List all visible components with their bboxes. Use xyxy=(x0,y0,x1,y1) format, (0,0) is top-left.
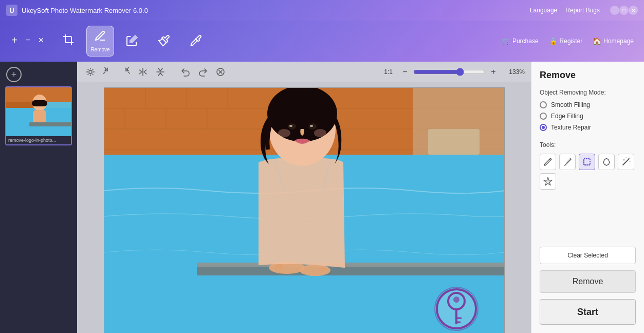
crop-tool-button[interactable] xyxy=(54,26,82,57)
close-button[interactable]: ✕ xyxy=(629,6,638,15)
brush-tool-btn[interactable] xyxy=(559,154,576,170)
brush-tool-button[interactable] xyxy=(150,26,178,57)
svg-rect-27 xyxy=(428,129,480,155)
zoom-ratio-label: 1:1 xyxy=(384,68,393,76)
purchase-nav[interactable]: 🛒 Purchase xyxy=(502,37,539,45)
thumbnail-item[interactable]: remove-logo-in-photo... xyxy=(5,86,72,145)
redo-btn[interactable] xyxy=(196,65,210,79)
zoom-percent-label: 133% xyxy=(502,68,525,76)
photo-canvas xyxy=(104,88,505,333)
remove-tool-label: Remove xyxy=(90,47,109,52)
texture-repair-option[interactable]: Texture Repair xyxy=(540,124,636,131)
register-nav[interactable]: 🔒 Register xyxy=(549,37,583,45)
report-bugs-menu[interactable]: Report Bugs xyxy=(565,7,600,14)
language-menu[interactable]: Language xyxy=(530,7,557,14)
svg-marker-2 xyxy=(130,35,137,43)
fill-tool-button[interactable] xyxy=(118,26,146,57)
rect-tool-btn[interactable] xyxy=(579,154,595,170)
canvas-viewport[interactable] xyxy=(77,82,531,333)
flip-h-btn[interactable] xyxy=(136,65,150,79)
texture-radio[interactable] xyxy=(540,124,547,131)
main-toolbar: + − ✕ Remove xyxy=(0,21,644,62)
cancel-icon xyxy=(216,67,225,77)
register-label: Register xyxy=(560,38,583,45)
zoom-out-button[interactable]: − xyxy=(400,67,410,77)
move-tool-btn[interactable] xyxy=(83,65,98,79)
object-removing-mode-label: Object Removing Mode: xyxy=(540,89,636,96)
mode-radio-group: Smooth Filling Edge Filling Texture Repa… xyxy=(540,101,636,131)
star-fill-icon xyxy=(543,177,553,186)
add-file-button[interactable]: + xyxy=(6,67,22,82)
smooth-filling-label: Smooth Filling xyxy=(551,101,590,108)
magic-wand-icon xyxy=(621,157,631,166)
pencil-tool-btn[interactable] xyxy=(540,154,556,170)
flip-horizontal-icon xyxy=(138,67,148,77)
zoom-in-button[interactable]: + xyxy=(488,67,499,77)
remove-icon xyxy=(94,30,106,45)
svg-point-33 xyxy=(275,264,283,269)
svg-rect-8 xyxy=(32,100,47,106)
canvas-image xyxy=(104,87,505,333)
smooth-filling-option[interactable]: Smooth Filling xyxy=(540,101,636,108)
zoom-slider[interactable] xyxy=(413,68,485,76)
undo-icon xyxy=(181,67,190,77)
canvas-area: 1:1 − + 133% xyxy=(77,62,531,333)
svg-point-43 xyxy=(314,129,326,137)
fill-icon xyxy=(126,34,138,48)
eyedropper-tool-button[interactable] xyxy=(182,26,210,57)
main-content: + rem xyxy=(0,62,644,333)
flip-v-btn[interactable] xyxy=(153,65,168,79)
start-button[interactable]: Start xyxy=(540,299,636,325)
texture-radio-dot xyxy=(542,126,545,129)
purchase-label: Purchase xyxy=(512,38,539,45)
svg-point-11 xyxy=(89,70,92,73)
thumbnail-label: remove-logo-in-photo... xyxy=(6,136,71,144)
pencil-icon xyxy=(543,157,553,166)
svg-rect-10 xyxy=(29,122,72,126)
win-add-button[interactable]: + xyxy=(10,36,19,44)
svg-point-41 xyxy=(310,125,313,127)
minimize-button[interactable]: — xyxy=(610,6,619,15)
rotate-ccw-icon xyxy=(103,67,113,77)
cart-icon: 🛒 xyxy=(502,37,510,45)
maximize-button[interactable]: □ xyxy=(619,6,629,15)
undo-btn[interactable] xyxy=(178,65,193,79)
flip-vertical-icon xyxy=(156,67,165,77)
homepage-nav[interactable]: 🏠 Homepage xyxy=(593,37,634,45)
svg-marker-53 xyxy=(603,158,610,165)
left-file-panel: + rem xyxy=(0,62,77,333)
lasso-icon xyxy=(602,157,611,166)
win-close-button[interactable]: ✕ xyxy=(37,36,45,44)
clear-selected-button[interactable]: Clear Selected xyxy=(540,247,636,264)
drawing-tools-row xyxy=(540,154,636,190)
smooth-radio[interactable] xyxy=(540,101,547,108)
remove-tool-button[interactable]: Remove xyxy=(86,26,114,57)
svg-rect-52 xyxy=(584,159,590,165)
thumbnail-image xyxy=(6,87,72,136)
rotate-cw-btn[interactable] xyxy=(118,65,133,79)
magic-wand-btn[interactable] xyxy=(618,154,634,170)
svg-point-58 xyxy=(623,159,625,161)
svg-point-49 xyxy=(453,297,459,303)
canvas-toolbar: 1:1 − + 133% xyxy=(77,62,531,82)
lasso-tool-btn[interactable] xyxy=(598,154,615,170)
lock-icon: 🔒 xyxy=(549,37,558,45)
panel-spacer xyxy=(540,200,636,247)
rotate-cw-icon xyxy=(121,67,130,77)
svg-point-34 xyxy=(319,267,326,271)
crop-icon xyxy=(62,33,75,49)
rotate-ccw-btn[interactable] xyxy=(101,65,115,79)
ai-fill-btn[interactable] xyxy=(540,173,556,190)
rect-icon xyxy=(582,157,592,166)
brush-icon xyxy=(158,34,170,48)
svg-text:U: U xyxy=(9,7,14,14)
edge-filling-option[interactable]: Edge Filling xyxy=(540,113,636,120)
cancel-btn[interactable] xyxy=(213,65,228,79)
redo-icon xyxy=(198,67,208,77)
titlebar: U UkeySoft Photo Watermark Remover 6.0.0… xyxy=(0,0,644,21)
svg-line-51 xyxy=(549,159,550,160)
win-min-button[interactable]: − xyxy=(24,36,32,44)
edge-radio[interactable] xyxy=(540,113,547,120)
remove-button[interactable]: Remove xyxy=(540,270,636,293)
svg-point-40 xyxy=(289,125,292,127)
